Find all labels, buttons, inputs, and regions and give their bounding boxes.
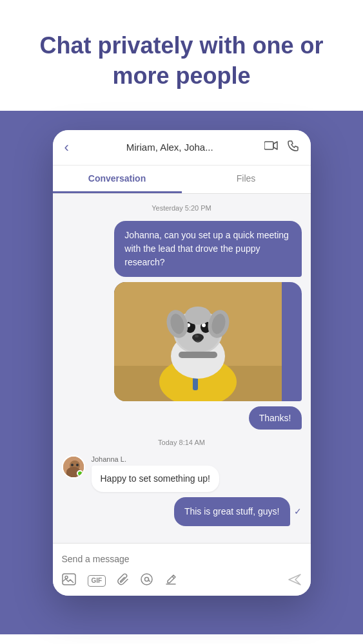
online-indicator [77, 470, 83, 477]
tab-conversation[interactable]: Conversation [53, 166, 182, 193]
timestamp-yesterday: Yesterday 5:20 PM [62, 204, 302, 212]
chat-area: Yesterday 5:20 PM Johanna, can you set u… [53, 194, 311, 543]
phone-call-icon[interactable] [288, 140, 299, 155]
send-button[interactable] [288, 573, 302, 589]
top-icons [264, 140, 299, 155]
read-check-icon: ✓ [294, 506, 302, 516]
phone-card: ‹ Miriam, Alex, Joha... Conversation [53, 130, 311, 596]
svg-point-26 [65, 576, 68, 579]
svg-rect-0 [264, 142, 273, 149]
back-button[interactable]: ‹ [64, 139, 69, 156]
thanks-row: Thanks! [62, 406, 302, 430]
svg-point-23 [71, 464, 74, 466]
svg-point-27 [141, 574, 152, 585]
image-bubble [114, 282, 301, 401]
svg-rect-19 [179, 352, 217, 358]
toolbar: GIF [62, 568, 302, 592]
attach-icon[interactable] [117, 573, 129, 589]
svg-point-13 [195, 335, 199, 337]
outgoing-message-2-row: This is great stuff, guys! ✓ [62, 497, 302, 526]
message-bubble-4: This is great stuff, guys! [174, 497, 290, 526]
contact-name: Miriam, Alex, Joha... [75, 142, 264, 153]
gif-button[interactable]: GIF [88, 575, 106, 587]
dog-image [114, 282, 282, 401]
outgoing-message-1: Johanna, can you set up a quick meeting … [62, 221, 302, 277]
incoming-message: Johanna L. Happy to set something up! [62, 455, 302, 492]
message-bubble-1: Johanna, can you set up a quick meeting … [114, 221, 301, 277]
svg-point-18 [185, 307, 211, 325]
sender-name: Johanna L. [92, 455, 219, 463]
svg-point-28 [145, 578, 149, 582]
mention-icon[interactable] [141, 573, 153, 589]
top-bar: ‹ Miriam, Alex, Joha... [53, 130, 311, 166]
svg-rect-25 [63, 574, 75, 585]
image-icon[interactable] [62, 573, 76, 589]
tab-files[interactable]: Files [182, 166, 311, 193]
svg-point-24 [76, 464, 79, 466]
svg-point-12 [192, 334, 204, 341]
video-call-icon[interactable] [264, 140, 279, 154]
thanks-bubble: Thanks! [249, 406, 302, 430]
pen-icon[interactable] [164, 573, 177, 589]
timestamp-today: Today 8:14 AM [62, 439, 302, 446]
tabs: Conversation Files [53, 166, 311, 194]
incoming-bubble: Happy to set something up! [92, 466, 219, 492]
incoming-message-content: Johanna L. Happy to set something up! [92, 455, 219, 492]
hero-title: Chat privately with one or more people [26, 31, 337, 91]
johanna-avatar [62, 455, 85, 478]
input-area: GIF [53, 543, 311, 596]
purple-background: ‹ Miriam, Alex, Joha... Conversation [0, 111, 363, 634]
message-input[interactable] [62, 550, 302, 568]
